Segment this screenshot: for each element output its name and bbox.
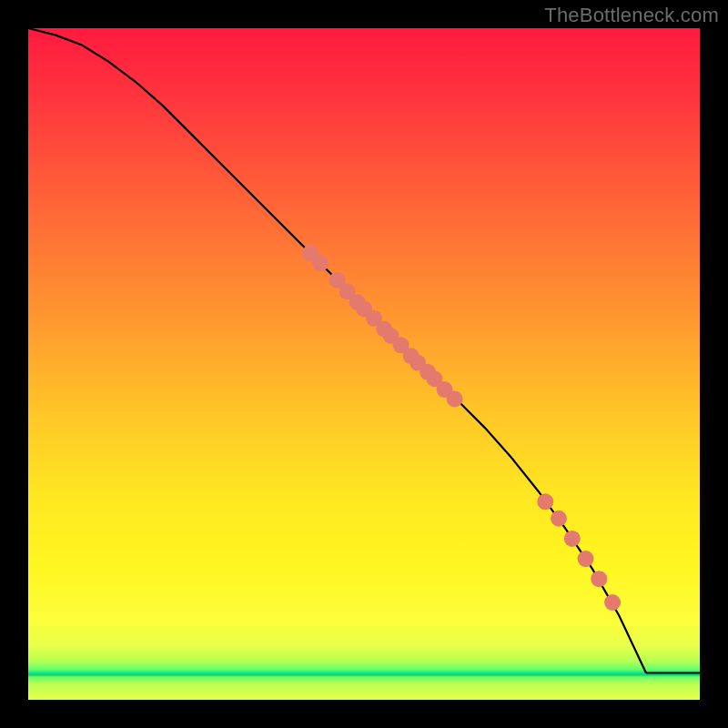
- watermark-text: TheBottleneck.com: [544, 4, 719, 27]
- highlight-dot: [551, 511, 567, 527]
- highlight-dot: [564, 531, 581, 547]
- curve-line: [28, 28, 646, 672]
- highlight-dots: [302, 245, 621, 611]
- highlight-dot: [591, 571, 607, 587]
- highlight-dot: [604, 594, 621, 611]
- highlight-dot: [578, 551, 594, 567]
- chart-overlay: [28, 28, 700, 700]
- highlight-dot: [312, 255, 329, 271]
- highlight-dot: [447, 390, 463, 407]
- chart-stage: TheBottleneck.com: [0, 0, 728, 728]
- highlight-dot: [537, 493, 553, 510]
